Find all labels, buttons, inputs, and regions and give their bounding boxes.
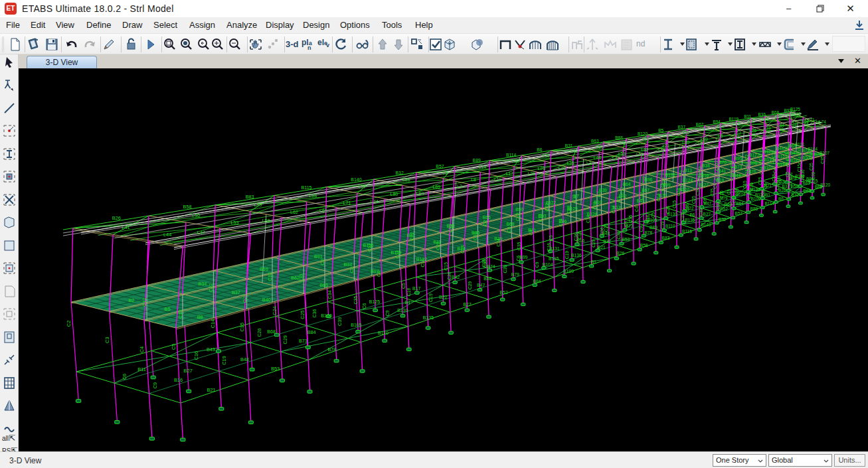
svg-text:B99: B99	[519, 255, 527, 260]
svg-text:B78: B78	[644, 230, 652, 235]
svg-text:C32: C32	[268, 272, 273, 281]
svg-text:L50: L50	[192, 212, 200, 218]
svg-text:C14: C14	[210, 319, 216, 328]
svg-text:C13: C13	[715, 173, 719, 181]
svg-text:L71: L71	[663, 143, 670, 148]
svg-text:C4: C4	[713, 183, 717, 189]
svg-text:B31: B31	[791, 193, 799, 197]
svg-text:B114: B114	[506, 153, 517, 157]
svg-text:C16: C16	[193, 351, 199, 360]
svg-text:B84: B84	[307, 329, 316, 335]
svg-text:L2: L2	[457, 184, 462, 189]
svg-text:C4: C4	[529, 229, 533, 235]
svg-text:B27: B27	[703, 212, 711, 216]
svg-text:L50: L50	[596, 145, 604, 149]
svg-text:C9: C9	[535, 262, 539, 268]
svg-text:C22: C22	[410, 232, 414, 240]
svg-text:B58: B58	[183, 204, 192, 210]
svg-text:L26: L26	[538, 166, 546, 171]
svg-text:L71: L71	[808, 117, 815, 122]
svg-text:B78: B78	[327, 347, 336, 352]
svg-text:C4: C4	[139, 347, 145, 352]
svg-text:C13: C13	[177, 310, 183, 319]
svg-text:L71: L71	[343, 200, 351, 206]
svg-text:L53: L53	[618, 151, 626, 156]
svg-text:B1: B1	[405, 300, 411, 305]
svg-text:B21: B21	[598, 245, 606, 250]
svg-text:C2: C2	[483, 220, 488, 226]
svg-text:B15: B15	[778, 154, 786, 159]
svg-text:B74: B74	[487, 264, 495, 269]
svg-text:B21: B21	[207, 387, 216, 393]
svg-text:C16: C16	[646, 214, 650, 222]
svg-text:C26: C26	[256, 328, 262, 337]
svg-text:B89: B89	[750, 206, 758, 211]
svg-text:L74: L74	[371, 199, 379, 204]
svg-text:B115: B115	[549, 256, 559, 261]
svg-text:L65: L65	[319, 208, 327, 214]
svg-text:B107: B107	[820, 151, 829, 155]
svg-text:C19: C19	[222, 356, 228, 364]
svg-text:B65: B65	[319, 282, 328, 288]
svg-text:C39: C39	[761, 189, 766, 196]
svg-text:L83: L83	[698, 141, 705, 145]
svg-text:B120: B120	[638, 131, 648, 136]
svg-text:C29: C29	[468, 281, 472, 289]
svg-text:C25: C25	[809, 163, 814, 171]
svg-text:C34: C34	[759, 167, 764, 175]
svg-text:B68: B68	[772, 110, 780, 115]
svg-text:B120: B120	[820, 183, 830, 187]
svg-text:L11: L11	[494, 177, 501, 182]
svg-text:C25: C25	[300, 311, 305, 319]
svg-text:B11: B11	[744, 114, 751, 119]
svg-text:C34: C34	[496, 238, 501, 247]
svg-text:B64: B64	[623, 182, 631, 187]
svg-text:B57: B57	[436, 164, 444, 169]
svg-text:C36: C36	[483, 260, 487, 268]
svg-text:L8: L8	[718, 133, 723, 138]
svg-text:L86: L86	[402, 177, 410, 182]
svg-text:C22: C22	[715, 163, 719, 171]
svg-text:C6: C6	[624, 221, 628, 227]
svg-text:C9: C9	[716, 204, 721, 210]
svg-text:B5: B5	[658, 128, 663, 133]
svg-text:C5: C5	[401, 283, 406, 289]
svg-text:L32: L32	[543, 153, 550, 158]
svg-text:B130: B130	[397, 308, 408, 313]
svg-text:L35: L35	[566, 161, 574, 165]
svg-text:B6: B6	[689, 212, 695, 217]
svg-text:C24: C24	[460, 245, 465, 254]
svg-text:B140: B140	[701, 222, 711, 227]
svg-text:B47: B47	[477, 283, 485, 287]
svg-text:C33: C33	[745, 162, 750, 170]
svg-text:B63: B63	[591, 139, 599, 143]
svg-text:B36: B36	[758, 112, 766, 117]
svg-text:C12: C12	[620, 187, 624, 195]
svg-text:B104: B104	[543, 262, 553, 267]
svg-text:C5: C5	[171, 344, 177, 350]
svg-text:C33: C33	[797, 147, 802, 155]
svg-text:C16: C16	[719, 191, 724, 198]
svg-text:B94: B94	[344, 262, 353, 268]
svg-text:L59: L59	[620, 141, 628, 145]
svg-text:B110: B110	[378, 331, 389, 336]
svg-text:L17: L17	[734, 131, 741, 135]
svg-text:L89: L89	[432, 185, 440, 189]
svg-text:B11: B11	[137, 366, 146, 372]
svg-text:L44: L44	[594, 155, 601, 160]
svg-text:L62: L62	[642, 147, 649, 152]
svg-text:B38: B38	[702, 163, 710, 168]
svg-text:B43: B43	[207, 347, 215, 352]
svg-text:C33: C33	[592, 201, 597, 209]
svg-text:C34: C34	[327, 290, 333, 299]
svg-text:C35: C35	[628, 214, 633, 222]
svg-text:B62: B62	[291, 275, 300, 281]
svg-text:C24: C24	[798, 157, 802, 165]
svg-text:C36: C36	[600, 227, 604, 235]
svg-text:L74: L74	[819, 119, 826, 124]
svg-text:C3: C3	[616, 196, 621, 202]
svg-text:C3: C3	[507, 227, 511, 233]
svg-text:B140: B140	[351, 177, 361, 182]
svg-text:C35: C35	[710, 188, 715, 196]
svg-text:C14: C14	[420, 259, 425, 268]
